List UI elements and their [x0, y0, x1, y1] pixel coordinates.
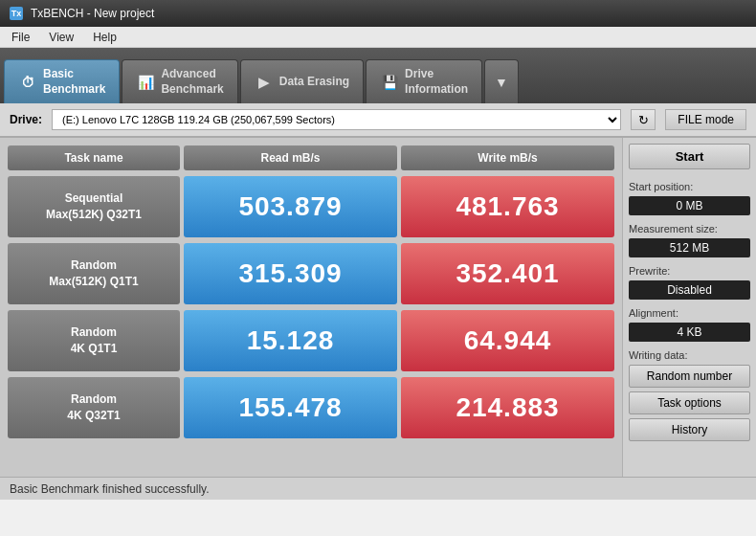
- read-value-random-4k-q32: 155.478: [184, 377, 397, 438]
- read-value-random-512k: 315.309: [184, 243, 397, 304]
- col-header-write: Write mB/s: [401, 145, 614, 170]
- drive-refresh-button[interactable]: ↻: [631, 109, 656, 130]
- basic-benchmark-icon: ⏱: [18, 73, 37, 92]
- tab-drive-label: DriveInformation: [405, 67, 468, 97]
- main-content: Task name Read mB/s Write mB/s Sequentia…: [0, 138, 756, 477]
- row-label-random-4k-q1: Random4K Q1T1: [8, 310, 180, 371]
- write-value-random-512k: 352.401: [401, 243, 614, 304]
- write-value-random-4k-q32: 214.883: [401, 377, 614, 438]
- tab-advanced-benchmark[interactable]: 📊 AdvancedBenchmark: [122, 59, 237, 103]
- menu-view[interactable]: View: [45, 29, 78, 46]
- row-label-sequential: SequentialMax(512K) Q32T1: [8, 176, 180, 237]
- toolbar: ⏱ BasicBenchmark 📊 AdvancedBenchmark ▶ D…: [0, 48, 756, 103]
- drive-label: Drive:: [10, 113, 42, 126]
- menu-help[interactable]: Help: [89, 29, 121, 46]
- prewrite-label: Prewrite:: [629, 265, 750, 277]
- measurement-size-value: 512 MB: [629, 238, 750, 257]
- read-value-sequential: 503.879: [184, 176, 397, 237]
- start-position-value: 0 MB: [629, 196, 750, 215]
- tab-basic-benchmark[interactable]: ⏱ BasicBenchmark: [4, 59, 120, 103]
- write-value-sequential: 481.763: [401, 176, 614, 237]
- drive-bar: Drive: (E:) Lenovo L7C 128GB 119.24 GB (…: [0, 103, 756, 138]
- table-row: Random4K Q1T1 15.128 64.944: [8, 310, 614, 371]
- read-value-random-4k-q1: 15.128: [184, 310, 397, 371]
- app-icon: Tx: [10, 7, 23, 20]
- window-title: TxBENCH - New project: [31, 7, 154, 20]
- row-label-random-512k: RandomMax(512K) Q1T1: [8, 243, 180, 304]
- menu-bar: File View Help: [0, 27, 756, 48]
- status-message: Basic Benchmark finished successfully.: [10, 482, 210, 496]
- table-row: Random4K Q32T1 155.478 214.883: [8, 377, 614, 438]
- drive-select[interactable]: (E:) Lenovo L7C 128GB 119.24 GB (250,067…: [52, 109, 621, 130]
- history-button[interactable]: History: [629, 418, 750, 441]
- tab-basic-label: BasicBenchmark: [43, 67, 105, 97]
- table-row: SequentialMax(512K) Q32T1 503.879 481.76…: [8, 176, 614, 237]
- row-label-random-4k-q32: Random4K Q32T1: [8, 377, 180, 438]
- tab-advanced-label: AdvancedBenchmark: [161, 67, 223, 97]
- col-header-task: Task name: [8, 145, 180, 170]
- task-options-button[interactable]: Task options: [629, 391, 750, 414]
- tab-dropdown[interactable]: ▼: [484, 59, 519, 103]
- tab-data-erasing[interactable]: ▶ Data Erasing: [240, 59, 364, 103]
- prewrite-value: Disabled: [629, 280, 750, 300]
- writing-data-label: Writing data:: [629, 349, 750, 361]
- table-header-row: Task name Read mB/s Write mB/s: [8, 145, 614, 170]
- alignment-value: 4 KB: [629, 323, 750, 342]
- tab-drive-information[interactable]: 💾 DriveInformation: [366, 59, 482, 103]
- data-erasing-icon: ▶: [255, 73, 274, 92]
- file-mode-button[interactable]: FILE mode: [665, 109, 746, 130]
- writing-data-button[interactable]: Random number: [629, 365, 750, 388]
- menu-file[interactable]: File: [8, 29, 33, 46]
- col-header-read: Read mB/s: [184, 145, 397, 170]
- alignment-label: Alignment:: [629, 307, 750, 319]
- write-value-random-4k-q1: 64.944: [401, 310, 614, 371]
- measurement-size-label: Measurement size:: [629, 223, 750, 234]
- status-bar: Basic Benchmark finished successfully.: [0, 477, 756, 500]
- start-button[interactable]: Start: [629, 144, 750, 169]
- start-position-label: Start position:: [629, 181, 750, 192]
- right-panel: Start Start position: 0 MB Measurement s…: [622, 138, 756, 477]
- table-row: RandomMax(512K) Q1T1 315.309 352.401: [8, 243, 614, 304]
- benchmark-table: Task name Read mB/s Write mB/s Sequentia…: [0, 138, 622, 477]
- advanced-benchmark-icon: 📊: [136, 73, 155, 92]
- tab-erasing-label: Data Erasing: [279, 75, 349, 90]
- title-bar: Tx TxBENCH - New project: [0, 0, 756, 27]
- drive-info-icon: 💾: [380, 73, 399, 92]
